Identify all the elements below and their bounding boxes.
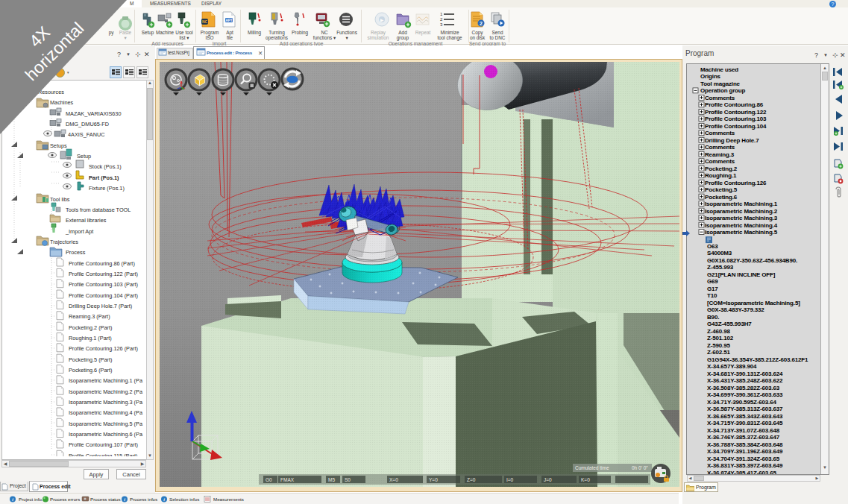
svg-text:2: 2 [440,17,443,22]
svg-text:M5: M5 [328,477,335,482]
svg-text:Process infos: Process infos [130,497,157,502]
svg-text:Tool magazine: Tool magazine [700,81,741,87]
svg-text:Profile Contouring.103: Profile Contouring.103 [705,116,767,122]
svg-text:Comments: Comments [705,130,735,136]
svg-text:Process edit : Process: Process edit : Process [207,50,253,55]
svg-text:Z-501.102: Z-501.102 [707,335,734,341]
svg-text:Measurements: Measurements [213,497,244,502]
svg-text:Profile Contouring.107 (Part): Profile Contouring.107 (Part) [69,441,138,448]
svg-text:I=0: I=0 [506,477,514,482]
svg-text:Profile Contouring.126 (Part): Profile Contouring.126 (Part) [69,345,138,352]
svg-text:Pocketing.2: Pocketing.2 [705,166,738,172]
svg-text:Z-602.51: Z-602.51 [707,349,730,356]
svg-text:G69: G69 [707,278,718,285]
svg-text:Isoparametric Machining.1 (Pa: Isoparametric Machining.1 (Pa [69,377,143,384]
svg-text:S0: S0 [345,477,351,482]
svg-text:✕: ✕ [258,50,263,57]
svg-text:X-36.746Y-385.37Z-603.647: X-36.746Y-385.37Z-603.647 [707,434,780,441]
svg-text:MAZAK_VARIAXIS630: MAZAK_VARIAXIS630 [66,110,122,117]
svg-text:Profile Contouring.86: Profile Contouring.86 [705,101,764,108]
svg-text:▶: ▶ [380,18,384,22]
svg-text:Z-460.98: Z-460.98 [707,328,730,335]
svg-text:X-34.699Y-390.361Z-603.633: X-34.699Y-390.361Z-603.633 [707,391,783,398]
svg-text:_Import Apt: _Import Apt [65,228,93,235]
svg-text:Comments: Comments [705,95,735,101]
svg-text:Setups: Setups [50,142,67,149]
svg-text:NC: NC [202,19,208,24]
svg-text:Roughing.1: Roughing.1 [705,172,737,179]
svg-text:Tool libs: Tool libs [50,196,70,203]
svg-text:X-36.874Y-385.41Z-603.65: X-36.874Y-385.41Z-603.65 [707,470,776,475]
svg-text:Pocketing.2 (Part): Pocketing.2 (Part) [69,324,112,331]
svg-text:Setup: Setup [77,153,91,160]
svg-text:Y=0: Y=0 [429,477,438,482]
svg-text:Cumulated time: Cumulated time [575,465,609,470]
svg-text:J=0: J=0 [544,477,552,482]
svg-text:test.NcsPrj: test.NcsPrj [168,50,189,56]
svg-text:Fixture (Pos.1): Fixture (Pos.1) [89,185,125,192]
svg-text:Machines: Machines [50,99,74,106]
svg-text:2: 2 [480,21,483,26]
svg-text:0h 0' 0": 0h 0' 0" [632,465,648,470]
svg-text:Roughing.1 (Part): Roughing.1 (Part) [69,335,112,341]
svg-text:Reaming.3 (Part): Reaming.3 (Part) [69,313,110,320]
svg-text:Z=0: Z=0 [467,477,476,482]
svg-text:X-34.715Y-390.831Z-603.645: X-34.715Y-390.831Z-603.645 [707,420,783,426]
svg-text:Pocketing.6 (Part): Pocketing.6 (Part) [69,367,112,374]
svg-text:Isoparametric Machining.5 (Pa: Isoparametric Machining.5 (Pa [69,420,143,427]
svg-text:X-34.709Y-391.196Z-603.649: X-34.709Y-391.196Z-603.649 [707,448,783,455]
svg-text:K=0: K=0 [581,477,590,482]
svg-text:Drilling Deep Hole.7 (Part): Drilling Deep Hole.7 (Part) [69,303,132,309]
svg-text:X-34.71Y-390.595Z-603.64: X-34.71Y-390.595Z-603.64 [707,399,776,406]
svg-text:G1G94X-36.354Y-385.212Z-603.61: G1G94X-36.354Y-385.212Z-603.612F1 [707,356,808,363]
svg-text:Pocketing.6: Pocketing.6 [705,194,738,201]
svg-text:Reaming.3: Reaming.3 [705,151,735,158]
svg-text:Pocketing.5: Pocketing.5 [705,186,738,193]
svg-text:Machine used: Machine used [700,66,738,73]
svg-text:1: 1 [440,12,443,16]
svg-text:Profile Contouring.104: Profile Contouring.104 [705,123,767,130]
svg-text:Pocketing.5 (Part): Pocketing.5 (Part) [69,356,112,363]
svg-text:Profile Contouring.115 (Part): Profile Contouring.115 (Part) [69,453,137,456]
svg-text:X-36.788Y-385.384Z-603.648: X-36.788Y-385.384Z-603.648 [707,441,783,448]
svg-text:G0X16.082Y-350.63Z-456.934B90.: G0X16.082Y-350.63Z-456.934B90. [707,257,797,264]
svg-text:X-36.587Y-385.313Z-603.637: X-36.587Y-385.313Z-603.637 [707,406,783,412]
svg-text:Process errors: Process errors [50,497,80,502]
svg-text:Profile Contouring.86 (Part): Profile Contouring.86 (Part) [69,260,135,267]
svg-text:Trajectories: Trajectories [50,239,78,245]
svg-text:G43Z-455.993H7: G43Z-455.993H7 [707,321,752,327]
svg-text:Comments: Comments [705,144,735,151]
svg-text:3: 3 [440,22,443,27]
svg-text:Profile Contouring.126: Profile Contouring.126 [705,180,767,186]
svg-text:4AXIS_FANUC: 4AXIS_FANUC [68,131,104,138]
svg-text:Profile Contouring.122: Profile Contouring.122 [705,109,767,116]
svg-text:Isoparametric Machining.3: Isoparametric Machining.3 [705,215,778,221]
svg-text:X-36.831Y-385.397Z-603.649: X-36.831Y-385.397Z-603.649 [707,462,783,469]
svg-text:Resources: Resources [38,89,64,95]
svg-text:Operation group: Operation group [700,87,746,94]
svg-text:X-36.508Y-385.282Z-603.63: X-36.508Y-385.282Z-603.63 [707,385,780,391]
svg-text:Profile Contouring.104 (Part): Profile Contouring.104 (Part) [69,292,138,299]
svg-text:Process: Process [66,249,86,256]
svg-text:Project info.: Project info. [19,497,43,502]
svg-text:G0X-38.483Y-379.332: G0X-38.483Y-379.332 [707,306,764,313]
svg-text:X-34.713Y-391.07Z-603.648: X-34.713Y-391.07Z-603.648 [707,427,780,434]
svg-text:G21[PLAN INCLINE OFF]: G21[PLAN INCLINE OFF] [707,271,776,278]
svg-text:Stock (Pos.1): Stock (Pos.1) [89,163,122,170]
svg-text:Isoparametric Machining.2 (Pa: Isoparametric Machining.2 (Pa [69,388,143,395]
svg-text:Tools from database TOOL: Tools from database TOOL [66,207,131,213]
svg-text:Drilling Deep Hole.7: Drilling Deep Hole.7 [705,137,759,144]
svg-text:X-36.665Y-385.343Z-603.643: X-36.665Y-385.343Z-603.643 [707,413,783,420]
svg-text:Isoparametric Machining.3 (Pa: Isoparametric Machining.3 (Pa [69,399,143,406]
svg-text:Z-455.993: Z-455.993 [707,264,734,271]
svg-text:DMG_DMU65-FD: DMG_DMU65-FD [66,121,109,127]
svg-text:External libraries: External libraries [66,217,107,224]
svg-text:X-34.704Y-391.324Z-603.65: X-34.704Y-391.324Z-603.65 [707,456,780,462]
svg-text:Z-590.95: Z-590.95 [707,342,730,349]
svg-text:Profile Contouring.122 (Part): Profile Contouring.122 (Part) [69,271,138,277]
svg-text:X-36.431Y-385.248Z-603.622: X-36.431Y-385.248Z-603.622 [707,377,783,384]
svg-text:Process status: Process status [90,497,121,502]
svg-text:Isoparametric Machining.4: Isoparametric Machining.4 [705,222,778,229]
svg-text:X=0: X=0 [389,477,398,482]
svg-text:Part (Pos.1): Part (Pos.1) [89,174,119,181]
